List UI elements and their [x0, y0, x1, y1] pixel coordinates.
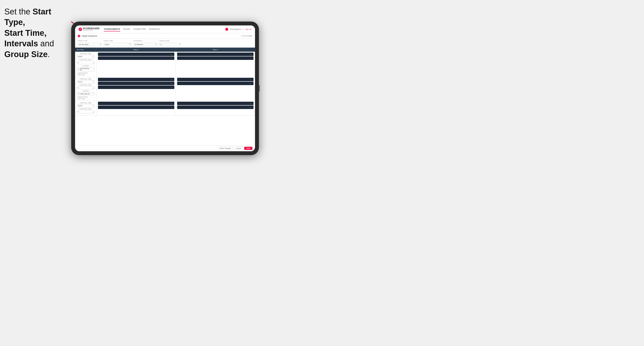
player-row-t2-dots-icon-1-1[interactable]: ⋮ — [251, 54, 253, 55]
tee-time-col-3: STARTING TIME: 10:20 ⏱ STARTING HOLE: 12… — [75, 101, 97, 116]
player-row-dots-icon-2-1[interactable]: ⋮ — [172, 79, 174, 80]
action-links-2: ○ Remove Group + Add Group — [77, 96, 95, 99]
player-row-t2-x-icon-3-1[interactable]: ✕ — [250, 103, 251, 104]
player-row-t2-dots-icon-2-2[interactable]: ⋮ — [251, 83, 253, 84]
starting-time-label-1: STARTING TIME: — [77, 53, 95, 54]
player-row-x-icon-3-1[interactable]: ✕ — [171, 103, 172, 104]
starting-time-value-3: 10:20 — [78, 105, 82, 107]
sub-header: C Clippd Invitational... › Hosting ‹ Bac… — [75, 33, 255, 39]
player-row-t2-dots-icon-3-1[interactable]: ⋮ — [251, 103, 253, 104]
reset-changes-button[interactable]: Reset Changes — [218, 147, 233, 150]
player-row-2-3: ✕ ⋮ — [98, 86, 174, 89]
player-row-t2-x-icon-3-2[interactable]: ✕ — [250, 107, 251, 108]
clock-icon-1: ⏱ — [92, 56, 94, 57]
add-group-label-1: Add Group — [78, 74, 85, 75]
nav-tab-tournaments[interactable]: TOURNAMENTS — [104, 27, 120, 31]
starting-time-field-3[interactable]: 10:20 ⏱ — [77, 104, 95, 107]
player-row-x-icon-2-3[interactable]: ✕ — [171, 87, 172, 88]
player-row-t2-x-icon-1-2[interactable]: ✕ — [250, 57, 251, 59]
course-chip-2: 🏌 East Lake GC ✕ — [77, 92, 95, 95]
nav-sign-out[interactable]: Sign out — [245, 28, 252, 30]
player-row-dots-icon-2-3[interactable]: ⋮ — [172, 87, 174, 88]
start-time-input[interactable] — [104, 43, 132, 46]
logo-c-icon: C — [78, 27, 82, 31]
cancel-button[interactable]: Cancel — [234, 147, 243, 150]
hole-select-3[interactable]: 1210 — [77, 110, 95, 113]
logo-sub: Powered by clipp... — [83, 30, 100, 31]
back-button[interactable]: ‹ Back — [248, 35, 252, 37]
action-links-1: ○ Remove Group + Add Group — [77, 72, 95, 75]
remove-group-link-1[interactable]: ○ Remove Group — [77, 72, 95, 74]
instruction-block: Set the Start Type, Start Time, Interval… — [4, 6, 71, 60]
team1-col-3: ✕ ⋮ ✕ ⋮ — [97, 101, 176, 116]
nav-tabs: TOURNAMENTS TEAMS COMMITTEE RANKINGS — [104, 27, 225, 31]
hole-select-2[interactable]: 1210 — [77, 86, 95, 89]
start-type-select[interactable]: 1st Tee Start Shotgun Start — [78, 43, 102, 46]
group-size-select[interactable]: 3 2 4 — [160, 43, 181, 46]
team2-col-3: ✕ ⋮ ✕ ⋮ — [176, 101, 255, 116]
course-chip-1: ▤ (A) Peachtree GC ✕ — [77, 67, 95, 71]
player-row-t2-dots-icon-3-2[interactable]: ⋮ — [251, 107, 253, 108]
start-time-label: Start Time — [104, 40, 132, 42]
add-group-label-2: Add Group — [78, 98, 85, 99]
player-row-dots-icon-1-2[interactable]: ⋮ — [172, 57, 174, 59]
player-row-dots-icon-3-1[interactable]: ⋮ — [172, 103, 174, 104]
group-size-group: Group Size 3 2 4 — [160, 40, 181, 46]
save-button[interactable]: Save — [244, 147, 252, 150]
hole-select-1[interactable]: 1210 — [77, 61, 95, 64]
table-header-team1: Team 1 — [97, 48, 176, 52]
player-row-x-icon-2-2[interactable]: ✕ — [171, 83, 172, 84]
sub-header-breadcrumb: › — [240, 35, 241, 37]
logo-area: C SCOREBOARD Powered by clipp... — [78, 27, 100, 31]
nav-avatar-icon — [225, 28, 228, 31]
tee-time-col-1: STARTING TIME: 10:00 ⏱ STARTING HOLE: 12… — [75, 52, 97, 77]
starting-time-field-1[interactable]: 10:00 ⏱ — [77, 55, 95, 58]
course-chip-x-2[interactable]: ✕ — [92, 93, 94, 95]
instruction-line4-normal: . — [48, 50, 50, 59]
player-row-t2-3-1: ✕ ⋮ — [177, 102, 254, 105]
logo-text: SCOREBOARD — [83, 27, 100, 30]
table-container: Tee Time Team 1 Team 2 STARTING TIME: 10… — [75, 48, 255, 145]
instruction-line3-normal: and — [38, 39, 54, 48]
add-group-link-1[interactable]: + Add Group — [77, 74, 95, 75]
nav-tab-rankings[interactable]: RANKINGS — [149, 27, 160, 31]
add-group-plus-1: + — [77, 74, 78, 75]
starting-time-field-2[interactable]: 10:10 ⏱ — [77, 80, 95, 83]
player-row-x-icon-1-2[interactable]: ✕ — [171, 57, 172, 59]
tablet-screen: C SCOREBOARD Powered by clipp... TOURNAM… — [75, 25, 255, 151]
player-row-t2-x-icon-2-1[interactable]: ✕ — [250, 79, 251, 80]
starting-hole-label-2: STARTING HOLE: — [77, 84, 95, 86]
team1-col-2: ✕ ⋮ ✕ ⋮ ✕ ⋮ — [97, 77, 176, 101]
group-block-2: STARTING TIME: 10:10 ⏱ STARTING HOLE: 12… — [75, 77, 255, 101]
team2-col-2: ✕ ⋮ ✕ ⋮ — [176, 77, 255, 101]
player-row-t2-x-icon-2-2[interactable]: ✕ — [250, 83, 251, 84]
table-header-team2: Team 2 — [176, 48, 255, 52]
player-row-t2-2-2: ✕ ⋮ — [177, 82, 254, 85]
remove-group-link-2[interactable]: ○ Remove Group — [77, 96, 95, 98]
starting-time-label-3: STARTING TIME: — [77, 102, 95, 104]
instruction-line2-bold: Start Time, — [4, 28, 46, 37]
hole-select-wrapper-1: 1210 — [77, 61, 95, 65]
remove-group-label-1: Remove Group — [78, 72, 88, 74]
intervals-label: Intervals — [134, 40, 157, 42]
intervals-select-wrapper: 10 Minutes 8 Minutes 12 Minutes — [134, 42, 157, 46]
course-chip-x-1[interactable]: ✕ — [92, 68, 94, 70]
player-row-t2-dots-icon-1-2[interactable]: ⋮ — [251, 57, 253, 59]
player-row-x-icon-3-2[interactable]: ✕ — [171, 107, 172, 108]
player-row-dots-icon-3-2[interactable]: ⋮ — [172, 107, 174, 108]
intervals-select[interactable]: 10 Minutes 8 Minutes 12 Minutes — [134, 43, 157, 46]
player-row-2-1: ✕ ⋮ — [98, 78, 174, 81]
player-row-t2-x-icon-1-1[interactable]: ✕ — [250, 54, 251, 55]
add-group-link-2[interactable]: + Add Group — [77, 98, 95, 99]
clock-icon-2: ⏱ — [92, 81, 94, 83]
player-row-dots-icon-2-2[interactable]: ⋮ — [172, 83, 174, 84]
player-row-x-icon-2-1[interactable]: ✕ — [171, 79, 172, 80]
player-row-t2-dots-icon-2-1[interactable]: ⋮ — [251, 79, 253, 80]
start-type-label: Start Type — [78, 40, 102, 42]
player-row-dots-icon-1-1[interactable]: ⋮ — [172, 54, 174, 55]
player-row-x-icon-1-1[interactable]: ✕ — [171, 54, 172, 55]
nav-tab-committee[interactable]: COMMITTEE — [133, 27, 146, 31]
group-block-1: STARTING TIME: 10:00 ⏱ STARTING HOLE: 12… — [75, 52, 255, 77]
nav-tab-teams[interactable]: TEAMS — [123, 27, 130, 31]
settings-row: Start Type 1st Tee Start Shotgun Start S… — [75, 39, 255, 48]
